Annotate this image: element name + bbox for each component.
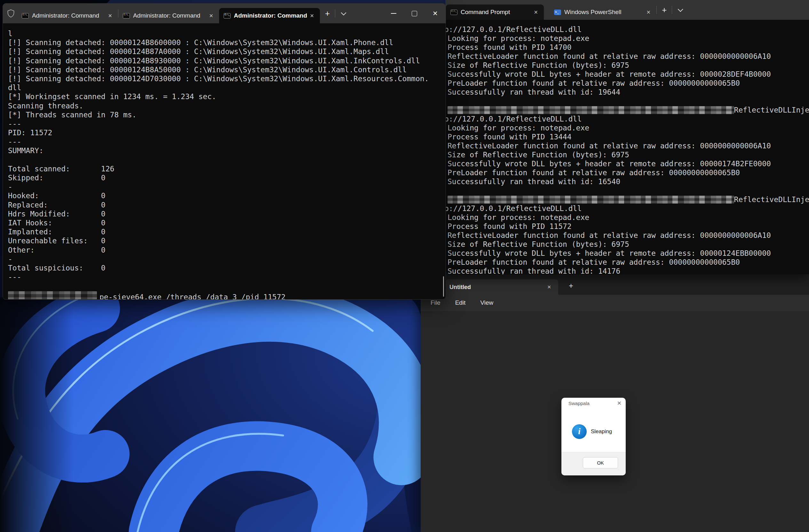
swappala-dialog: Swappala ✕ i Sleaping OK <box>562 398 626 475</box>
terminal-line-right: ReflectiveDLLInje <box>734 106 809 114</box>
notepad-tab-bar: Untitled ✕ + <box>421 274 809 295</box>
maximize-button[interactable] <box>404 3 425 23</box>
terminal-line: [*] Threads scanned in 78 ms. <box>8 110 446 119</box>
terminal-line: - <box>8 254 446 263</box>
info-icon: i <box>572 424 587 439</box>
tab-label: Command Prompt <box>461 8 531 16</box>
left-terminal-output[interactable]: l[!] Scanning detached: 00000124B8600000… <box>3 23 446 299</box>
terminal-line: Size of Reflective Function (bytes): 697… <box>448 61 809 70</box>
terminal-line: - <box>8 182 446 191</box>
tab-close-icon[interactable]: ✕ <box>531 8 540 16</box>
cmd-icon: C:\_ <box>450 10 458 15</box>
tab-admin-command-2[interactable]: C:\_ Administrator: Command ✕ <box>118 8 219 23</box>
terminal-line: Process found with PID 13444 <box>448 132 809 141</box>
terminal-line: Successufully ran thread with id: 19644 <box>448 88 809 96</box>
ok-button[interactable]: OK <box>583 457 618 468</box>
right-terminal-output[interactable]: p://127.0.0.1/ReflectiveDLL.dllLooking f… <box>446 20 809 274</box>
terminal-line: Size of Reflective Function (bytes): 697… <box>448 150 809 159</box>
terminal-line: p://127.0.0.1/ReflectiveDLL.dll <box>446 114 809 123</box>
menu-file[interactable]: File <box>431 299 441 306</box>
tab-close-icon[interactable]: ✕ <box>106 12 115 19</box>
terminal-line: Implanted: 0 <box>8 227 446 236</box>
tab-divider <box>672 6 672 14</box>
tab-command-prompt[interactable]: C:\_ Command Prompt ✕ <box>446 4 544 20</box>
notepad-menu-bar: File Edit View <box>421 295 809 311</box>
dialog-message: Sleaping <box>591 428 612 435</box>
prompt-command: pe-sieve64.exe /threads /data 3 /pid 115… <box>100 292 286 299</box>
terminal-line: [!] Scanning detached: 00000124B87A0000 … <box>8 47 446 56</box>
terminal-line: PreLoader function found at relative raw… <box>448 258 809 267</box>
terminal-line: --- <box>8 119 446 128</box>
minimize-button[interactable] <box>383 3 404 23</box>
terminal-line <box>8 155 446 164</box>
tab-close-icon[interactable]: ✕ <box>307 12 317 19</box>
terminal-line: [!] Scanning detached: 00000124B8600000 … <box>8 38 446 47</box>
tab-close-icon[interactable]: ✕ <box>644 8 653 16</box>
tab-close-icon[interactable]: ✕ <box>545 284 554 290</box>
dialog-close-icon[interactable]: ✕ <box>617 400 622 407</box>
notepad-new-tab-button[interactable]: + <box>565 281 577 290</box>
terminal-line <box>448 96 809 106</box>
tab-windows-powershell[interactable]: >_ Windows PowerShell ✕ <box>550 4 656 20</box>
terminal-line: Total scanned: 126 <box>8 164 446 173</box>
terminal-line-right: ReflectiveDLLInje <box>734 195 809 204</box>
terminal-line: IAT Hooks: 0 <box>8 218 446 227</box>
cmd-icon: C:\_ <box>22 13 29 19</box>
notepad-tab-title: Untitled <box>449 284 545 290</box>
chevron-down-icon[interactable] <box>341 10 346 15</box>
close-icon: ✕ <box>432 10 438 17</box>
notepad-tab-untitled[interactable]: Untitled ✕ <box>446 280 558 295</box>
terminal-prompt-line: pe-sieve64.exe /threads /data 3 /pid 115… <box>8 291 446 299</box>
redacted-blur <box>448 196 734 203</box>
terminal-line: l <box>8 29 446 38</box>
terminal-line <box>448 186 809 195</box>
terminal-line: ReflectiveDLLInje <box>448 106 809 114</box>
terminal-line: p://127.0.0.1/ReflectiveDLL.dll <box>446 204 809 213</box>
terminal-line: Looking for process: notepad.exe <box>448 123 809 132</box>
terminal-line: ReflectiveLoader function found at relat… <box>448 231 809 240</box>
terminal-line: Process found with PID 11572 <box>448 222 809 231</box>
terminal-line: p://127.0.0.1/ReflectiveDLL.dll <box>446 25 809 34</box>
new-tab-button[interactable]: + <box>320 9 335 18</box>
terminal-line: Unreachable files: 0 <box>8 236 446 245</box>
terminal-line: Hooked: 0 <box>8 191 446 200</box>
terminal-line: Replaced: 0 <box>8 200 446 209</box>
tab-divider <box>335 9 335 18</box>
powershell-icon: >_ <box>554 10 561 15</box>
tab-label: Administrator: Command <box>234 12 307 19</box>
tab-close-icon[interactable]: ✕ <box>207 12 216 19</box>
terminal-line: Hdrs Modified: 0 <box>8 209 446 218</box>
terminal-line: PreLoader function found at relative raw… <box>448 168 809 177</box>
terminal-line: --- <box>8 137 446 146</box>
redacted-path-blur <box>8 291 97 299</box>
terminal-line: [*] Workingset scanned in 1234 ms. = 1.2… <box>8 92 446 101</box>
tab-admin-command-3[interactable]: C:\_ Administrator: Command ✕ <box>219 8 320 23</box>
terminal-line: ReflectiveLoader function found at relat… <box>448 52 809 61</box>
terminal-line: SUMMARY: <box>8 146 446 155</box>
terminal-line: dll <box>8 83 446 92</box>
dialog-title-bar[interactable]: Swappala ✕ <box>562 398 626 410</box>
terminal-line: Scanning threads. <box>8 101 446 110</box>
terminal-line: Process found with PID 14700 <box>448 43 809 52</box>
terminal-line: PID: 11572 <box>8 128 446 137</box>
chevron-down-icon[interactable] <box>678 6 683 12</box>
terminal-line <box>8 281 446 290</box>
cmd-icon: C:\_ <box>123 13 130 19</box>
terminal-line: PreLoader function found at relative raw… <box>448 79 809 88</box>
terminal-line: ReflectiveLoader function found at relat… <box>448 141 809 150</box>
terminal-scrollbar[interactable] <box>443 276 444 297</box>
terminal-line: Successfully wrote DLL bytes + header at… <box>448 159 809 168</box>
tab-admin-command-1[interactable]: C:\_ Administrator: Command ✕ <box>17 8 118 23</box>
cmd-icon: C:\_ <box>224 13 231 19</box>
menu-edit[interactable]: Edit <box>455 299 466 306</box>
terminal-line: Successfully wrote DLL bytes + header at… <box>448 70 809 79</box>
terminal-line: --- <box>8 272 446 281</box>
terminal-line: Looking for process: notepad.exe <box>448 213 809 222</box>
terminal-line: ReflectiveDLLInje <box>448 195 809 204</box>
close-button[interactable]: ✕ <box>425 3 446 23</box>
new-tab-button[interactable]: + <box>657 6 672 14</box>
terminal-line: [!] Scanning detached: 00000124B8A50000 … <box>8 65 446 74</box>
right-terminal-window: C:\_ Command Prompt ✕ >_ Windows PowerSh… <box>446 0 809 274</box>
menu-view[interactable]: View <box>480 299 493 306</box>
terminal-line: Looking for process: notepad.exe <box>448 34 809 43</box>
